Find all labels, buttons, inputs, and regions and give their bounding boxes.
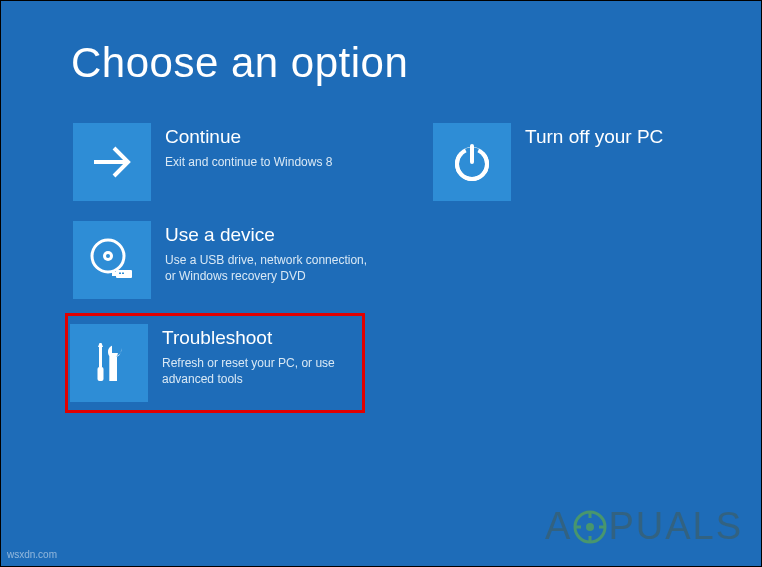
option-use-device[interactable]: Use a device Use a USB drive, network co… [71,219,371,301]
svg-rect-11 [112,345,118,353]
svg-marker-9 [98,343,103,347]
watermark-logo-icon [573,510,607,544]
power-icon [433,123,511,201]
option-use-device-desc: Use a USB drive, network connection, or … [165,252,369,286]
arrow-right-icon [73,123,151,201]
source-label: wsxdn.com [7,549,57,560]
option-troubleshoot[interactable]: Troubleshoot Refresh or reset your PC, o… [65,313,365,413]
page-title: Choose an option [71,39,691,87]
svg-rect-7 [122,273,124,275]
disc-usb-icon [73,221,151,299]
option-troubleshoot-desc: Refresh or reset your PC, or use advance… [162,355,360,389]
watermark: A PUALS [545,505,743,548]
options-column-left: Continue Exit and continue to Windows 8 [71,121,371,413]
svg-rect-8 [99,347,102,367]
options-column-right: Turn off your PC [431,121,731,413]
svg-point-16 [586,523,594,531]
option-turn-off[interactable]: Turn off your PC [431,121,731,203]
svg-rect-10 [98,367,104,381]
option-continue[interactable]: Continue Exit and continue to Windows 8 [71,121,371,203]
options-grid: Continue Exit and continue to Windows 8 [71,121,691,413]
option-use-device-title: Use a device [165,223,369,248]
option-turn-off-title: Turn off your PC [525,125,663,150]
svg-rect-5 [112,272,117,276]
svg-point-3 [106,254,110,258]
watermark-suffix: PUALS [608,505,743,548]
option-troubleshoot-title: Troubleshoot [162,326,360,351]
tools-icon [70,324,148,402]
option-continue-desc: Exit and continue to Windows 8 [165,154,332,171]
svg-rect-6 [119,273,121,275]
option-continue-title: Continue [165,125,332,150]
watermark-prefix: A [545,505,572,548]
